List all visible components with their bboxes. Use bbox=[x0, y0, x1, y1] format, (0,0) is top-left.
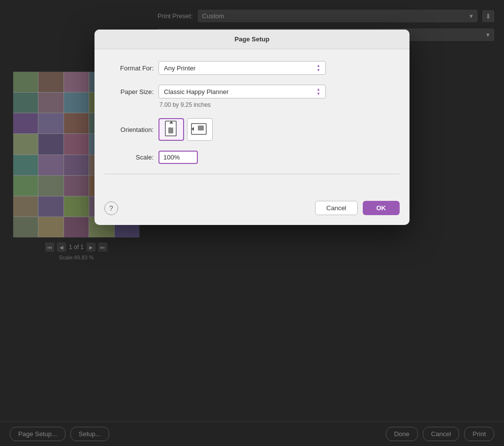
help-button[interactable]: ? bbox=[104, 201, 118, 215]
paper-size-select[interactable]: Classic Happy Planner ▲ ▼ bbox=[158, 85, 326, 98]
scale-row: Scale: bbox=[104, 151, 400, 164]
svg-rect-3 bbox=[168, 127, 173, 133]
paper-size-description: 7.00 by 9.25 inches bbox=[104, 101, 400, 108]
format-for-row: Format For: Any Printer ▲ ▼ bbox=[104, 61, 400, 75]
format-for-label: Format For: bbox=[104, 64, 154, 72]
modal-title: Page Setup bbox=[235, 35, 270, 43]
portrait-btn[interactable] bbox=[158, 118, 184, 141]
modal-footer: ? Cancel OK bbox=[94, 196, 410, 225]
orientation-label: Orientation: bbox=[104, 126, 154, 133]
svg-rect-7 bbox=[198, 126, 204, 130]
orientation-row: Orientation: bbox=[104, 118, 400, 141]
scale-modal-label: Scale: bbox=[104, 154, 154, 161]
page-setup-modal: Page Setup Format For: Any Printer ▲ ▼ P… bbox=[94, 30, 410, 225]
paper-size-row: Paper Size: Classic Happy Planner ▲ ▼ bbox=[104, 85, 400, 98]
orientation-buttons bbox=[158, 118, 213, 141]
modal-overlay: Page Setup Format For: Any Printer ▲ ▼ P… bbox=[0, 0, 504, 446]
scale-input[interactable] bbox=[158, 151, 198, 164]
modal-divider bbox=[104, 174, 400, 174]
paper-size-spinner: ▲ ▼ bbox=[316, 88, 320, 96]
modal-action-buttons: Cancel OK bbox=[315, 201, 400, 215]
modal-ok-button[interactable]: OK bbox=[363, 201, 400, 215]
modal-body: Format For: Any Printer ▲ ▼ Paper Size: … bbox=[94, 49, 410, 196]
modal-cancel-button[interactable]: Cancel bbox=[315, 201, 357, 215]
format-for-spinner: ▲ ▼ bbox=[316, 64, 320, 72]
format-for-select[interactable]: Any Printer ▲ ▼ bbox=[158, 61, 326, 75]
paper-size-label: Paper Size: bbox=[104, 88, 154, 96]
landscape-btn[interactable] bbox=[187, 118, 213, 141]
modal-header: Page Setup bbox=[94, 30, 410, 49]
